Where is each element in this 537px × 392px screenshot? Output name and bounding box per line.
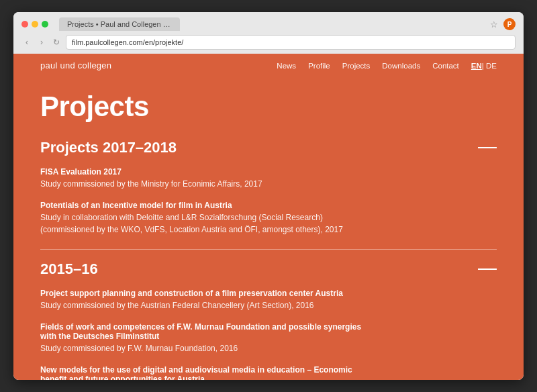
project-desc: Study in collaboration with Deloitte and… <box>40 211 497 236</box>
section-header-2015: 2015–16 <box>40 260 497 278</box>
project-desc: Study commissioned by the Ministry for E… <box>40 178 497 190</box>
site-main: Projects Projects 2017–2018 FISA Evaluat… <box>13 77 524 380</box>
site-nav-links: News Profile Projects Downloads Contact … <box>277 62 497 70</box>
nav-projects[interactable]: Projects <box>342 62 371 70</box>
section-title-2017: Projects 2017–2018 <box>40 139 177 156</box>
refresh-button[interactable]: ↻ <box>51 37 62 48</box>
forward-button[interactable]: › <box>36 37 47 48</box>
site-nav: paul und collegen News Profile Projects … <box>13 54 524 77</box>
browser-icons-right: ☆ P <box>490 18 516 30</box>
project-desc: Study commissioned by F.W. Murnau Founda… <box>40 342 497 354</box>
project-desc: Study commissioned by the Austrian Feder… <box>40 299 497 311</box>
project-item: Fields of work and competences of F.W. M… <box>40 322 497 354</box>
section-2015-16: 2015–16 Project support planning and con… <box>40 260 497 380</box>
minimize-button[interactable] <box>32 21 38 28</box>
site-logo: paul und collegen <box>40 60 111 70</box>
browser-tab[interactable]: Projects • Paul and Collegen Fi... <box>59 17 180 31</box>
page-title: Projects <box>40 91 497 123</box>
star-icon[interactable]: ☆ <box>490 19 498 30</box>
project-item: Project support planning and constructio… <box>40 289 497 311</box>
browser-chrome: Projects • Paul and Collegen Fi... ☆ P ‹… <box>13 12 524 54</box>
nav-contact[interactable]: Contact <box>432 62 459 70</box>
fullscreen-button[interactable] <box>42 21 48 28</box>
nav-profile[interactable]: Profile <box>308 62 330 70</box>
profile-icon[interactable]: P <box>503 18 516 30</box>
site-content: paul und collegen News Profile Projects … <box>13 54 524 380</box>
nav-language: EN| DE <box>471 62 497 70</box>
back-button[interactable]: ‹ <box>21 37 32 48</box>
section-header-2017: Projects 2017–2018 <box>40 139 497 156</box>
project-item: Potentials of an Incentive model for fil… <box>40 201 497 236</box>
nav-news[interactable]: News <box>277 62 296 70</box>
traffic-lights <box>21 21 48 28</box>
project-item: New models for the use of digital and au… <box>40 365 497 380</box>
section-divider <box>40 249 497 250</box>
tab-bar: Projects • Paul and Collegen Fi... ☆ P <box>21 17 516 31</box>
close-button[interactable] <box>21 21 28 28</box>
address-bar[interactable]: film.paulcollegen.com/en/projekte/ <box>66 35 516 50</box>
project-title: Project support planning and constructio… <box>40 289 497 298</box>
project-item: FISA Evaluation 2017 Study commissioned … <box>40 167 497 190</box>
section-toggle-2017[interactable] <box>478 147 497 148</box>
section-2017-2018: Projects 2017–2018 FISA Evaluation 2017 … <box>40 139 497 236</box>
project-title: FISA Evaluation 2017 <box>40 167 497 177</box>
nav-downloads[interactable]: Downloads <box>382 62 420 70</box>
lang-de[interactable]: DE <box>486 62 497 70</box>
lang-en[interactable]: EN <box>471 62 482 70</box>
section-toggle-2015[interactable] <box>478 268 497 270</box>
project-title: Potentials of an Incentive model for fil… <box>40 201 497 210</box>
address-text: film.paulcollegen.com/en/projekte/ <box>72 38 183 46</box>
browser-window: Projects • Paul and Collegen Fi... ☆ P ‹… <box>13 12 524 380</box>
address-bar-row: ‹ › ↻ film.paulcollegen.com/en/projekte/ <box>21 35 516 50</box>
project-title: Fields of work and competences of F.W. M… <box>40 322 497 341</box>
project-title: New models for the use of digital and au… <box>40 365 497 380</box>
section-title-2015: 2015–16 <box>40 260 98 278</box>
